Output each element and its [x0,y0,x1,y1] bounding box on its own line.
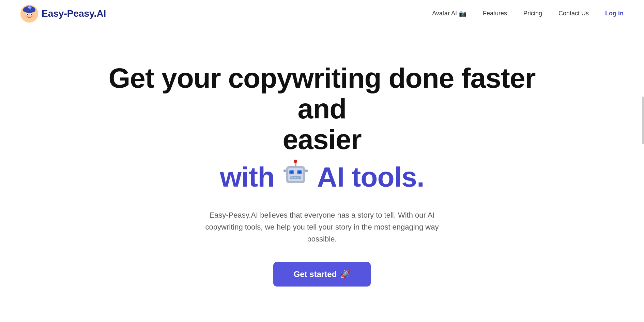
svg-rect-19 [291,177,293,178]
svg-point-5 [30,5,31,10]
svg-point-16 [290,171,293,174]
svg-point-8 [27,14,28,15]
svg-point-11 [31,15,34,17]
svg-point-9 [31,14,32,15]
logo-link[interactable]: Easy-Peasy.AI [20,5,106,23]
nav-pricing[interactable]: Pricing [523,10,542,17]
nav-login[interactable]: Log in [605,10,624,17]
camera-icon: 📷 [459,10,466,17]
subheading-prefix: with [220,160,274,194]
svg-rect-21 [297,177,298,178]
hero-heading: Get your copywriting done faster and eas… [83,63,561,155]
svg-point-23 [294,160,297,163]
navbar: Easy-Peasy.AI Avatar AI 📷 Features Prici… [0,0,644,27]
nav-avatar-ai[interactable]: Avatar AI 📷 [432,10,466,17]
avatar-ai-label: Avatar AI [432,10,457,17]
cta-label: Get started [294,269,337,279]
svg-rect-24 [283,170,286,172]
svg-rect-25 [305,170,308,172]
rocket-icon: 🚀 [340,269,350,279]
hero-section: Get your copywriting done faster and eas… [0,27,644,322]
robot-icon [281,159,310,195]
svg-rect-2 [23,10,35,12]
logo-icon [20,5,38,23]
nav-contact[interactable]: Contact Us [558,10,589,17]
logo-text: Easy-Peasy.AI [42,8,106,19]
nav-features[interactable]: Features [483,10,507,17]
hero-subheading: with [220,159,424,195]
svg-rect-13 [288,168,303,181]
svg-rect-20 [294,177,296,178]
scrollbar[interactable] [642,97,644,144]
hero-description: Easy-Peasy.AI believes that everyone has… [193,209,451,245]
subheading-suffix: AI tools. [317,160,424,194]
svg-point-10 [25,15,27,17]
svg-point-17 [298,171,301,174]
nav-links: Avatar AI 📷 Features Pricing Contact Us … [432,10,624,17]
get-started-button[interactable]: Get started 🚀 [273,262,371,287]
